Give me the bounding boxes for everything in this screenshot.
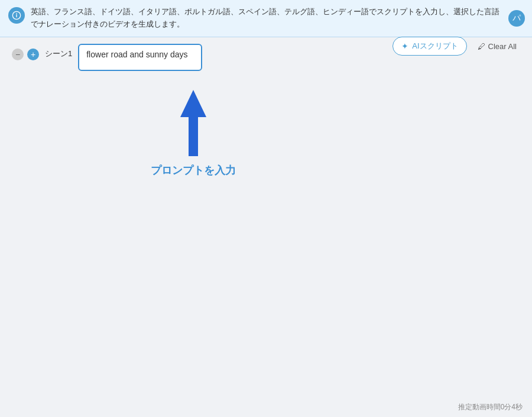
arrow-icon (176, 88, 211, 159)
info-banner: 英語、フランス語、ドイツ語、イタリア語、ポルトガル語、スペイン語、テルグ語、ヒン… (0, 0, 532, 37)
svg-marker-3 (180, 90, 206, 156)
scene-plus-button[interactable]: + (27, 49, 39, 60)
info-banner-text: 英語、フランス語、ドイツ語、イタリア語、ポルトガル語、スペイン語、テルグ語、ヒン… (31, 6, 504, 31)
info-icon (8, 7, 25, 24)
scene-label: シーン1 (45, 49, 72, 59)
scene-text-input[interactable] (78, 44, 202, 71)
scene-row: − + シーン1 (0, 33, 532, 82)
banner-close-button[interactable]: パ (508, 10, 525, 27)
svg-point-2 (16, 13, 17, 14)
scene-minus-button[interactable]: − (12, 49, 24, 60)
banner-close-label: パ (512, 13, 521, 24)
scene-area: − + シーン1 (0, 33, 532, 399)
footer-text: 推定動画時間0分4秒 (458, 403, 523, 411)
annotation-text: プロンプトを入力 (151, 163, 236, 177)
arrow-annotation: プロンプトを入力 (151, 88, 236, 177)
footer-duration: 推定動画時間0分4秒 (458, 402, 523, 412)
scene-controls: − + (12, 49, 39, 60)
